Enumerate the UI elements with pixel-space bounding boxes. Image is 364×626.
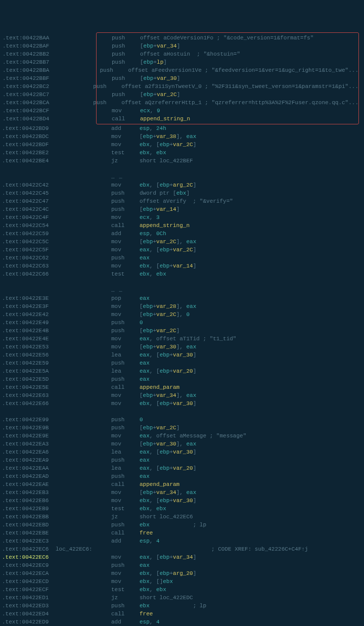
disasm-line[interactable]: .text:00422ECDmovebx, []ebx	[0, 577, 364, 586]
disasm-line[interactable]: .text:00422BB2pushoffset aHostuin ; "&ho…	[97, 50, 358, 58]
disasm-line[interactable]: .text:00422C45pushdword ptr [ebx]	[0, 189, 364, 197]
disasm-line[interactable]: .text:00422C62pusheax	[0, 254, 364, 262]
address: .text:00422E53	[0, 343, 56, 351]
disasm-line[interactable]: .text:00422E42mov[ebp+var_2C], 0	[0, 310, 364, 319]
disasm-line[interactable]: .text:00422BE2testebx, ebx	[0, 149, 364, 157]
address: .text:00422BAF	[1, 42, 56, 50]
address: .text:00422EB3	[0, 488, 56, 497]
mnemonic: test	[111, 505, 140, 513]
operands: ecx, 3	[140, 213, 160, 221]
operands: [ebp+var_2C]	[140, 424, 179, 432]
disasm-line[interactable]: .text:00422C47pushoffset aVerify ; "&ver…	[0, 197, 364, 205]
disasm-line[interactable]: .text:00422ECAmovebx, [ebp+arg_20]	[0, 569, 364, 577]
mnemonic: mov	[111, 310, 140, 319]
disasm-line[interactable]: .text:00422BBApushoffset aFeedversion1Ve…	[97, 66, 358, 74]
disasm-line[interactable]: .text:00422EAAleaeax, [ebp+var_20]	[0, 464, 364, 472]
disasm-line[interactable]: .text:00422EA6leaeax, [ebp+var_30]	[0, 448, 364, 456]
disasm-line[interactable]: .text:00422EBEcallfree	[0, 529, 364, 537]
address: .text:00422BB2	[1, 50, 56, 58]
address: .text:00422BE2	[0, 149, 56, 157]
disasm-line[interactable]: .text:00422C42movebx, [ebp+arg_2C]	[0, 181, 364, 189]
disasm-line[interactable]: .text:00422ED9addesp, 4	[0, 618, 364, 626]
disasm-line[interactable]: .text:00422EB3mov[ebp+var_34], eax	[0, 488, 364, 497]
disasm-line[interactable]: .text:00422BE4jzshort loc_422BEF	[0, 157, 364, 165]
disasm-line[interactable]: .text:00422ED4callfree	[0, 610, 364, 618]
disasm-line[interactable]: .text:00422E5Aleaeax, [ebp+var_20]	[0, 367, 364, 375]
disasm-line[interactable]: .text:00422E59pusheax	[0, 359, 364, 367]
address: .text:00422E49	[0, 319, 56, 327]
disasm-line[interactable]: .text:00422C59addesp, 0Ch	[0, 230, 364, 238]
disasm-line[interactable]: .text:00422E66movebx, [ebp+var_30]	[0, 399, 364, 408]
address: .text:00422EA6	[0, 448, 56, 456]
disasm-line[interactable]: .text:00422BAApushoffset aCodeVersion1Fo…	[97, 34, 358, 42]
operands: ebx ; lp	[140, 602, 206, 610]
operands: eax	[140, 294, 150, 302]
disasm-line[interactable]: .text:00422EAEcallappend_param	[0, 480, 364, 488]
mnemonic: push	[111, 561, 140, 569]
disasm-line[interactable]: .text:00422EC6moveax, [ebp+var_34]	[0, 553, 364, 561]
disasm-line[interactable]: .text:00422EC3addesp, 4	[0, 537, 364, 545]
disasm-line[interactable]: .text:00422E5Dpusheax	[0, 375, 364, 383]
disasm-line[interactable]: .text:00422C5Cmov[ebp+var_2C], eax	[0, 238, 364, 246]
disasm-line[interactable]: .text:00422E4Bpush[ebp+var_2C]	[0, 327, 364, 335]
disasm-line[interactable]: .text:00422E49push0	[0, 319, 364, 327]
disasm-line[interactable]: .text:00422E3Epopeax	[0, 294, 364, 302]
disasm-line[interactable]: .text:00422E56leaeax, [ebp+var_30]	[0, 351, 364, 359]
disasm-line[interactable]: .text:00422E63mov[ebp+var_34], eax	[0, 391, 364, 399]
disasm-line[interactable]: .text:00422EC6loc_422EC6: ; CODE XREF: s…	[0, 545, 364, 553]
disasm-line[interactable]: .text:00422E99push0	[0, 416, 364, 424]
disasm-line[interactable]: .text:00422BC2pushoffset a2f311SynTweetV…	[97, 82, 358, 91]
disasm-line[interactable]: .text:00422BD4callappend_string_n	[97, 115, 358, 123]
disasm-line[interactable]: .text:00422EA3mov[ebp+var_30], eax	[0, 440, 364, 448]
address: .text:00422C5C	[0, 238, 56, 246]
disasm-line[interactable]: .text:00422EB9testebx, ebx	[0, 505, 364, 513]
disasm-line[interactable]: .text:00422E3Fmov[ebp+var_28], eax	[0, 302, 364, 310]
disasm-line[interactable]: .text:00422BDCmov[ebp+var_38], eax	[0, 132, 364, 141]
address: .text:00422E66	[0, 399, 56, 408]
disasm-line[interactable]: .text:00422E9Bpush[ebp+var_2C]	[0, 424, 364, 432]
disasm-line[interactable]: .text:00422ED3pushebx ; lp	[0, 602, 364, 610]
disasm-line[interactable]: .text:00422E5Ecallappend_param	[0, 383, 364, 391]
disasm-line[interactable]: .text:00422BC7push[ebp+var_2C]	[97, 91, 358, 99]
mnemonic: mov	[111, 488, 140, 497]
disasm-line[interactable]: .text:00422BB7push[ebp+lp]	[97, 58, 358, 66]
address: .text:00422ED1	[0, 594, 56, 602]
disasm-line[interactable]: .text:00422BD9addesp, 24h	[0, 124, 364, 132]
disasm-line[interactable]: .text:00422EBBjzshort loc_422EC6	[0, 513, 364, 521]
disasm-line[interactable]: .text:00422C4Cpush[ebp+var_14]	[0, 205, 364, 213]
xref-comment: ; CODE XREF: sub_42226C+C4F↑j	[111, 545, 308, 553]
disasm-line[interactable]: .text:00422E53mov[ebp+var_30], eax	[0, 343, 364, 351]
disasm-line[interactable]: .text:00422BDFmovebx, [ebp+var_2C]	[0, 141, 364, 149]
operands: ebx, ebx	[140, 149, 166, 157]
disasm-line[interactable]: .text:00422EADpusheax	[0, 472, 364, 480]
disasm-line[interactable]: .text:00422BCFmovecx, 9	[97, 107, 358, 115]
disasm-line[interactable]: .text:00422BCApushoffset aQzreferrerHttp…	[97, 99, 358, 107]
disasm-line[interactable]: .text:00422E9Emoveax, offset aMessage ; …	[0, 432, 364, 440]
address: .text:00422EC9	[0, 561, 56, 569]
address: .text:00422EC6	[0, 553, 56, 561]
disasm-line[interactable]: .text:00422ED1jzshort loc_422EDC	[0, 594, 364, 602]
disasm-line[interactable]: .text:00422EC9pusheax	[0, 561, 364, 569]
disasm-line[interactable]: .text:00422BBFpush[ebp+var_30]	[97, 74, 358, 82]
disasm-line[interactable]: .text:00422ECFtestebx, ebx	[0, 586, 364, 594]
operands: eax, [ebp+var_2C]	[140, 246, 196, 254]
operands: eax, [ebp+var_20]	[140, 367, 196, 375]
operands: eax, [ebp+var_30]	[140, 448, 196, 456]
mnemonic: call	[111, 221, 140, 230]
disasm-line[interactable]: .text:00422C5Fmoveax, [ebp+var_2C]	[0, 246, 364, 254]
disasm-line[interactable]: .text:00422C63movebx, [ebp+var_14]	[0, 262, 364, 270]
disasm-line[interactable]: .text:00422C4Fmovecx, 3	[0, 213, 364, 221]
disasm-line[interactable]: .text:00422EBDpushebx ; lp	[0, 521, 364, 529]
operands: eax	[140, 254, 150, 262]
disasm-line[interactable]: .text:00422BAFpush[ebp+var_34]	[97, 42, 358, 50]
disasm-line[interactable]: .text:00422E4Emoveax, offset aT1Tid ; "t…	[0, 335, 364, 343]
disasm-line[interactable]: .text:00422C66testebx, ebx	[0, 270, 364, 278]
disasm-line[interactable]: .text:00422EB6movebx, [ebp+var_30]	[0, 497, 364, 505]
mnemonic: jz	[111, 157, 140, 165]
address: .text:00422EBD	[0, 521, 56, 529]
disasm-line[interactable]: .text:00422EA9pusheax	[0, 456, 364, 464]
address: .text:00422C42	[0, 181, 56, 189]
disasm-line[interactable]: .text:00422C54callappend_string_n	[0, 221, 364, 230]
address: .text:00422BCF	[1, 107, 56, 115]
address: .text:00422BE4	[0, 157, 56, 165]
